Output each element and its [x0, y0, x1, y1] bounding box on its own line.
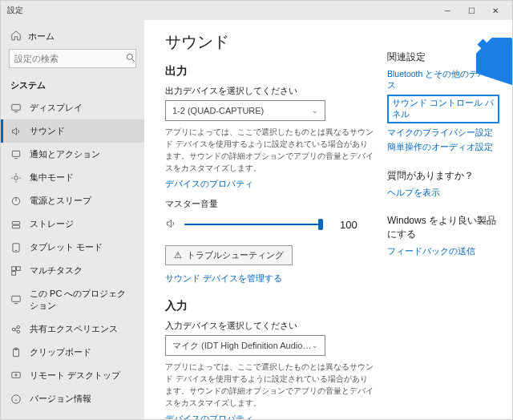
sidebar-item-clipboard[interactable]: クリップボード: [1, 341, 144, 364]
svg-point-18: [17, 330, 20, 333]
svg-rect-4: [12, 151, 19, 156]
clipboard-icon: [10, 347, 22, 358]
storage-icon: [10, 219, 22, 230]
master-volume-slider[interactable]: [184, 216, 321, 232]
sidebar-item-tablet[interactable]: タブレット モード: [1, 236, 144, 259]
sidebar-item-label: 電源とスリープ: [30, 195, 91, 207]
chevron-down-icon: ⌄: [312, 107, 318, 115]
maximize-button[interactable]: ☐: [459, 2, 483, 18]
related-column: 関連設定 Bluetooth とその他のデバイス サウンド コントロール パネル…: [379, 31, 499, 406]
display-icon: [10, 103, 22, 114]
sound-icon: [10, 126, 22, 137]
sidebar: ホーム システム ディスプレイサウンド通知とアクション集中モード電源とスリープス…: [1, 20, 144, 419]
output-heading: 出力: [165, 64, 379, 79]
svg-line-1: [132, 59, 135, 63]
svg-rect-8: [12, 221, 19, 224]
svg-line-20: [15, 329, 17, 331]
search-icon: [125, 52, 136, 65]
sidebar-item-label: この PC へのプロジェクション: [30, 288, 135, 312]
about-icon: [10, 394, 22, 405]
content-column: サウンド 出力 出力デバイスを選択してください 1-2 (QUAD-CAPTUR…: [165, 31, 379, 406]
input-device-value: マイク (IDT High Definition Audio…: [172, 340, 311, 352]
multitask-icon: [10, 265, 22, 277]
sidebar-item-label: 通知とアクション: [30, 148, 100, 160]
sidebar-item-focus[interactable]: 集中モード: [1, 166, 144, 189]
power-icon: [10, 196, 22, 207]
nav-home[interactable]: ホーム: [1, 25, 144, 49]
svg-rect-9: [12, 225, 19, 228]
output-choose-label: 出力デバイスを選択してください: [165, 85, 379, 97]
sidebar-item-label: ストレージ: [30, 218, 74, 230]
output-device-value: 1-2 (QUAD-CAPTURE): [172, 106, 264, 115]
sidebar-item-label: ディスプレイ: [30, 102, 83, 114]
sidebar-item-label: マルチタスク: [30, 265, 83, 277]
input-desc: アプリによっては、ここで選択したものとは異なるサウンド デバイスを使用するように…: [165, 361, 374, 409]
sidebar-item-remote[interactable]: リモート デスクトップ: [1, 364, 144, 387]
highlight-sound-control-panel: サウンド コントロール パネル: [387, 95, 499, 123]
minimize-button[interactable]: ─: [435, 2, 459, 18]
svg-rect-23: [12, 372, 21, 378]
speaker-icon: [165, 218, 176, 231]
related-link-sound-control-panel[interactable]: サウンド コントロール パネル: [392, 98, 495, 119]
sidebar-item-label: バージョン情報: [30, 393, 91, 405]
sidebar-item-label: クリップボード: [30, 346, 91, 358]
remote-icon: [10, 370, 22, 382]
input-device-properties-link[interactable]: デバイスのプロパティ: [165, 414, 379, 419]
related-link-ease-audio[interactable]: 簡単操作のオーディオ設定: [387, 142, 499, 153]
input-choose-label: 入力デバイスを選択してください: [165, 320, 379, 332]
home-icon: [10, 30, 22, 42]
sidebar-item-shared[interactable]: 共有エクスペリエンス: [1, 317, 144, 341]
notify-icon: [10, 149, 22, 160]
focus-icon: [10, 172, 22, 184]
sidebar-item-multitask[interactable]: マルチタスク: [1, 259, 144, 282]
sidebar-item-about[interactable]: バージョン情報: [1, 387, 144, 410]
svg-point-0: [127, 54, 132, 59]
svg-point-16: [12, 328, 15, 331]
svg-point-24: [15, 374, 17, 375]
tablet-icon: [10, 242, 22, 253]
master-volume-label: マスター音量: [165, 198, 379, 210]
sidebar-item-label: 集中モード: [30, 172, 74, 184]
svg-point-17: [17, 325, 20, 329]
feedback-link[interactable]: フィードバックの送信: [387, 246, 499, 257]
nav-heading: システム: [1, 76, 144, 96]
input-device-dropdown[interactable]: マイク (IDT High Definition Audio… ⌄: [165, 335, 325, 356]
related-link-bluetooth[interactable]: Bluetooth とその他のデバイス: [387, 69, 499, 91]
sidebar-item-display[interactable]: ディスプレイ: [1, 96, 144, 119]
sidebar-item-sound[interactable]: サウンド: [1, 119, 144, 143]
related-heading: 関連設定: [387, 50, 499, 64]
main-panel: サウンド 出力 出力デバイスを選択してください 1-2 (QUAD-CAPTUR…: [144, 20, 512, 419]
window-controls: ─ ☐ ✕: [435, 2, 507, 18]
output-desc: アプリによっては、ここで選択したものとは異なるサウンド デバイスを使用するように…: [165, 126, 374, 174]
search-input-wrap[interactable]: [9, 49, 136, 68]
chevron-down-icon: ⌄: [312, 341, 318, 349]
sidebar-item-project[interactable]: この PC へのプロジェクション: [1, 282, 144, 317]
sidebar-item-label: サウンド: [30, 125, 65, 137]
output-troubleshoot-button[interactable]: ⚠ トラブルシューティング: [165, 245, 293, 265]
master-volume-row: 100: [165, 216, 379, 232]
window-title: 設定: [7, 5, 23, 16]
sidebar-item-storage[interactable]: ストレージ: [1, 212, 144, 236]
sidebar-item-power[interactable]: 電源とスリープ: [1, 189, 144, 212]
page-title: サウンド: [165, 31, 379, 53]
output-device-dropdown[interactable]: 1-2 (QUAD-CAPTURE) ⌄: [165, 100, 325, 121]
help-link[interactable]: ヘルプを表示: [387, 188, 499, 199]
close-button[interactable]: ✕: [483, 2, 507, 18]
svg-point-5: [14, 176, 18, 180]
project-icon: [10, 294, 22, 305]
related-link-mic-privacy[interactable]: マイクのプライバシー設定: [387, 127, 499, 139]
svg-rect-14: [12, 271, 16, 275]
svg-rect-2: [12, 104, 21, 110]
search-input[interactable]: [14, 54, 125, 63]
window-body: ホーム システム ディスプレイサウンド通知とアクション集中モード電源とスリープス…: [1, 20, 512, 419]
output-manage-devices-link[interactable]: サウンド デバイスを管理する: [165, 273, 379, 285]
output-device-properties-link[interactable]: デバイスのプロパティ: [165, 179, 379, 190]
shared-icon: [10, 324, 22, 335]
svg-rect-12: [12, 266, 16, 270]
svg-rect-15: [12, 296, 21, 301]
master-volume-value: 100: [340, 219, 357, 231]
feedback-heading: Windows をより良い製品にする: [387, 214, 499, 241]
sidebar-item-notify[interactable]: 通知とアクション: [1, 143, 144, 166]
input-heading: 入力: [165, 299, 379, 313]
settings-window: 設定 ─ ☐ ✕ ホーム システム ディスプレイサウンド通知とアクション集中モー…: [0, 0, 513, 420]
